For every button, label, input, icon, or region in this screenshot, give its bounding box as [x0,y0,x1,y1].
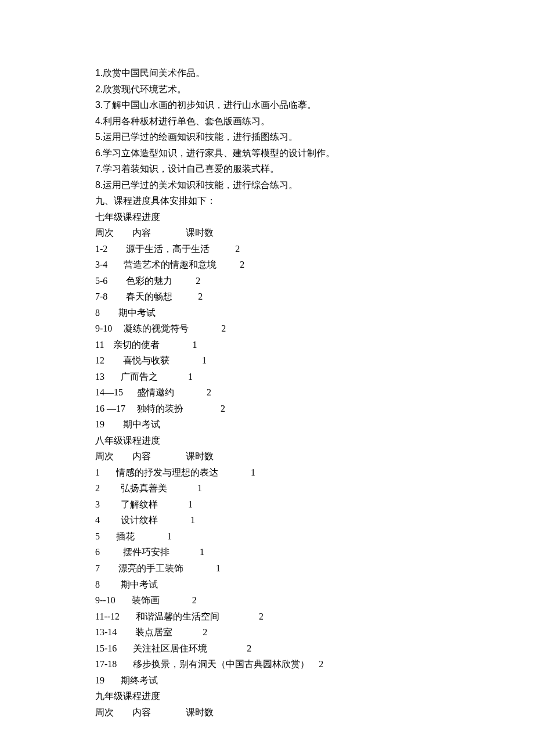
schedule-row: 8 期中考试 [95,305,439,321]
schedule-row: 2 弘扬真善美 1 [95,480,439,496]
list-item: 1.欣赏中国民间美术作品。 [95,65,439,81]
item-number: 7 [95,164,100,174]
item-text: 欣赏中国民间美术作品。 [103,68,205,78]
schedule-row: 16 —17 独特的装扮 2 [95,401,439,417]
schedule-row: 13-14 装点居室 2 [95,624,439,640]
grade-heading: 八年级课程进度 [95,433,439,449]
schedule-row: 11 亲切的使者 1 [95,337,439,353]
schedule-row: 6 摆件巧安排 1 [95,544,439,560]
schedule-row: 12 喜悦与收获 1 [95,352,439,369]
item-number: 6 [95,148,100,158]
list-item: 3.了解中国山水画的初步知识，进行山水画小品临摹。 [95,97,439,113]
list-item: 2.欣赏现代环境艺术。 [95,81,439,98]
grade-heading: 九年级课程进度 [95,688,439,704]
table-header: 周次 内容 课时数 [95,448,439,465]
list-item: 7.学习着装知识，设计自己喜爱的服装式样。 [95,161,439,177]
schedule-row: 15-16 关注社区居住环境 2 [95,640,439,657]
item-text: 欣赏现代环境艺术。 [103,84,186,94]
item-number: 2 [95,84,100,94]
schedule-row: 9-10 凝练的视觉符号 2 [95,321,439,337]
list-item: 4.利用各种板材进行单色、套色版画练习。 [95,113,439,129]
schedule-row: 19 期终考试 [95,672,439,689]
item-text: 学习立体造型知识，进行家具、建筑等模型的设计制作。 [103,148,335,158]
list-item: 6.学习立体造型知识，进行家具、建筑等模型的设计制作。 [95,145,439,161]
list-item: 8.运用已学过的美术知识和技能，进行综合练习。 [95,177,439,193]
document-page: 1.欣赏中国民间美术作品。 2.欣赏现代环境艺术。 3.了解中国山水画的初步知识… [0,0,534,756]
schedule-row: 5-6 色彩的魅力 2 [95,273,439,289]
schedule-row: 7 漂亮的手工装饰 1 [95,560,439,577]
item-number: 5 [95,132,100,142]
item-text: 了解中国山水画的初步知识，进行山水画小品临摹。 [103,100,316,110]
schedule-row: 7-8 春天的畅想 2 [95,289,439,305]
item-text: 学习着装知识，设计自己喜爱的服装式样。 [103,164,279,174]
item-number: 3 [95,100,100,110]
item-number: 1 [95,68,100,78]
schedule-row: 3-4 营造艺术的情趣和意境 2 [95,257,439,273]
schedule-row: 9--10 装饰画 2 [95,592,439,609]
section-heading: 九、课程进度具体安排如下： [95,193,439,209]
list-item: 5.运用已学过的绘画知识和技能，进行插图练习。 [95,129,439,145]
grade-heading: 七年级课程进度 [95,209,439,225]
item-text: 运用已学过的绘画知识和技能，进行插图练习。 [103,132,298,142]
schedule-row: 11--12 和谐温馨的生活空间 2 [95,609,439,625]
schedule-row: 1-2 源于生活，高于生活 2 [95,241,439,257]
item-number: 4 [95,116,100,126]
item-text: 利用各种板材进行单色、套色版画练习。 [103,116,270,126]
schedule-row: 17-18 移步换景，别有洞天（中国古典园林欣赏） 2 [95,656,439,672]
table-header: 周次 内容 课时数 [95,225,439,241]
schedule-row: 13 广而告之 1 [95,369,439,385]
schedule-row: 5 插花 1 [95,528,439,545]
schedule-row: 3 了解纹样 1 [95,496,439,513]
item-number: 8 [95,180,100,190]
schedule-row: 1 情感的抒发与理想的表达 1 [95,465,439,481]
schedule-row: 19 期中考试 [95,416,439,433]
table-header: 周次 内容 课时数 [95,704,439,721]
item-text: 运用已学过的美术知识和技能，进行综合练习。 [103,180,298,190]
schedule-row: 8 期中考试 [95,577,439,593]
schedule-row: 14—15 盛情邀约 2 [95,384,439,401]
schedule-row: 4 设计纹样 1 [95,512,439,528]
